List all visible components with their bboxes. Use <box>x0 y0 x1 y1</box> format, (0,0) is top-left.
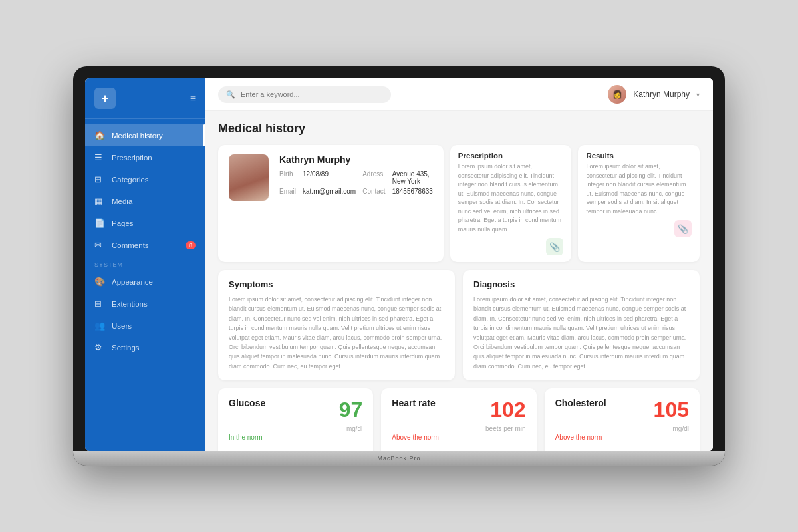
patient-name: Kathryn Murphy <box>279 154 433 165</box>
glucose-card: Glucose 97 mg/dl In the norm <box>218 388 373 451</box>
glucose-value: 97 <box>339 398 363 422</box>
sidebar-logo: + ≡ <box>85 78 205 119</box>
extensions-icon: ⊞ <box>94 299 105 309</box>
glucose-label: Glucose <box>229 398 265 408</box>
appearance-icon: 🎨 <box>94 277 105 287</box>
symptoms-diagnosis-row: Symptoms Lorem ipsum dolor sit amet, con… <box>218 270 700 380</box>
nav-label: Prescription <box>112 154 152 162</box>
diagnosis-card: Diagnosis Lorem ipsum dolor sit amet, co… <box>463 270 700 380</box>
page-title: Medical history <box>218 122 700 136</box>
address-label: Adress <box>362 170 385 185</box>
cholesterol-chart <box>555 448 689 451</box>
email-label: Email <box>279 188 296 195</box>
patient-card: Kathryn Murphy Birth 12/08/89 Adress Ave… <box>218 145 444 262</box>
patient-avatar-image <box>229 154 269 201</box>
cholesterol-card: Cholesterol 105 mg/dl Above the norm <box>545 388 700 451</box>
sidebar-item-categories[interactable]: ⊞ Categories <box>85 168 205 190</box>
avatar-image: 👩 <box>608 85 626 104</box>
address-value: Avenue 435, New York <box>392 170 433 185</box>
topbar-user: 👩 Kathryn Murphy ▾ <box>608 85 700 104</box>
diagnosis-text: Lorem ipsum dolor sit amet, consectetur … <box>473 295 689 371</box>
birth-label: Birth <box>279 170 296 185</box>
prescription-info-card: Prescription Lorem ipsum dolor sit amet,… <box>450 145 572 262</box>
heart-rate-card: Heart rate 102 beets per min Above the n… <box>381 388 536 451</box>
nav-label: Appearance <box>112 278 153 286</box>
laptop-base: MacBook Pro <box>73 451 725 466</box>
nav-label: Pages <box>112 219 134 227</box>
glucose-norm: In the norm <box>229 434 362 441</box>
categories-icon: ⊞ <box>94 174 105 184</box>
media-icon: ▦ <box>94 196 105 206</box>
menu-icon[interactable]: ≡ <box>190 93 196 104</box>
comments-badge: 8 <box>186 241 196 249</box>
heart-rate-unit: beets per min <box>485 425 526 432</box>
nav-label: Medical history <box>112 132 163 140</box>
attach-icon[interactable]: 📎 <box>546 238 563 255</box>
results-info-card: Results Lorem ipsum dolor sit amet, cons… <box>578 145 700 262</box>
cholesterol-norm: Above the norm <box>555 434 689 441</box>
user-name: Kathryn Murphy <box>633 90 690 99</box>
heart-rate-value: 102 <box>485 398 526 422</box>
results-card-text: Lorem ipsum dolor sit amet, consectetur … <box>586 162 692 216</box>
sidebar-item-pages[interactable]: 📄 Pages <box>85 212 205 234</box>
main-area: 🔍 👩 Kathryn Murphy ▾ Medical history <box>205 78 713 451</box>
cholesterol-unit: mg/dl <box>654 425 689 432</box>
results-card-title: Results <box>586 152 692 160</box>
symptoms-card: Symptoms Lorem ipsum dolor sit amet, con… <box>218 270 455 380</box>
prescription-card-title: Prescription <box>458 152 564 160</box>
heart-rate-label: Heart rate <box>392 398 435 408</box>
heart-rate-header: Heart rate 102 beets per min <box>392 398 525 432</box>
results-attach-icon[interactable]: 📎 <box>674 220 692 237</box>
diagnosis-title: Diagnosis <box>473 279 689 289</box>
cholesterol-value: 105 <box>654 398 689 422</box>
patient-avatar <box>229 154 269 201</box>
email-value: kat.m@gmail.com <box>303 188 356 195</box>
stats-row: Glucose 97 mg/dl In the norm <box>218 388 700 451</box>
sidebar-item-settings[interactable]: ⚙ Settings <box>85 336 205 358</box>
laptop-frame: + ≡ 🏠 Medical history ☰ Prescription ⊞ C… <box>73 66 725 466</box>
nav-label: Comments <box>112 241 149 249</box>
settings-icon: ⚙ <box>94 342 105 352</box>
search-box[interactable]: 🔍 <box>218 86 391 103</box>
sidebar-item-prescription[interactable]: ☰ Prescription <box>85 146 205 168</box>
symptoms-text: Lorem ipsum dolor sit amet, consectetur … <box>229 295 444 371</box>
glucose-chart <box>229 448 362 451</box>
nav-label: Categories <box>112 176 149 184</box>
nav-label: Media <box>112 198 132 205</box>
prescription-card-text: Lorem ipsum dolor sit amet, consectetur … <box>458 162 564 234</box>
sidebar-item-appearance[interactable]: 🎨 Appearance <box>85 271 205 293</box>
nav-label: Extentions <box>112 300 148 308</box>
sidebar-nav: 🏠 Medical history ☰ Prescription ⊞ Categ… <box>85 119 205 451</box>
search-input[interactable] <box>241 90 383 98</box>
sidebar-item-medical-history[interactable]: 🏠 Medical history <box>85 124 205 146</box>
symptoms-title: Symptoms <box>229 279 444 289</box>
nav-label: Settings <box>112 344 140 352</box>
contact-label: Contact <box>362 188 385 195</box>
sidebar-item-comments[interactable]: ✉ Comments 8 <box>85 234 205 256</box>
home-icon: 🏠 <box>94 130 105 140</box>
results-attach: 📎 <box>586 220 692 237</box>
sidebar-item-extensions[interactable]: ⊞ Extentions <box>85 293 205 315</box>
sidebar-item-users[interactable]: 👥 Users <box>85 315 205 336</box>
prescription-icon: ☰ <box>94 152 105 162</box>
chevron-down-icon[interactable]: ▾ <box>696 91 700 98</box>
system-divider: SYSTEM <box>85 256 205 271</box>
pages-icon: 📄 <box>94 218 105 228</box>
avatar: 👩 <box>608 85 626 104</box>
topbar: 🔍 👩 Kathryn Murphy ▾ <box>205 78 713 111</box>
logo-icon: + <box>94 88 116 109</box>
prescription-attach: 📎 <box>458 238 564 255</box>
patient-info: Kathryn Murphy Birth 12/08/89 Adress Ave… <box>279 154 433 253</box>
sidebar: + ≡ 🏠 Medical history ☰ Prescription ⊞ C… <box>85 78 205 451</box>
glucose-unit: mg/dl <box>339 425 363 432</box>
heart-rate-chart <box>392 448 525 451</box>
screen: + ≡ 🏠 Medical history ☰ Prescription ⊞ C… <box>85 78 713 451</box>
glucose-header: Glucose 97 mg/dl <box>229 398 362 432</box>
birth-value: 12/08/89 <box>303 170 356 185</box>
cholesterol-header: Cholesterol 105 mg/dl <box>555 398 689 432</box>
sidebar-item-media[interactable]: ▦ Media <box>85 190 205 212</box>
content-area: Medical history Kathryn Murphy Birth 12/… <box>205 111 713 451</box>
nav-label: Users <box>112 322 132 330</box>
laptop-model: MacBook Pro <box>377 455 420 462</box>
users-icon: 👥 <box>94 321 105 331</box>
